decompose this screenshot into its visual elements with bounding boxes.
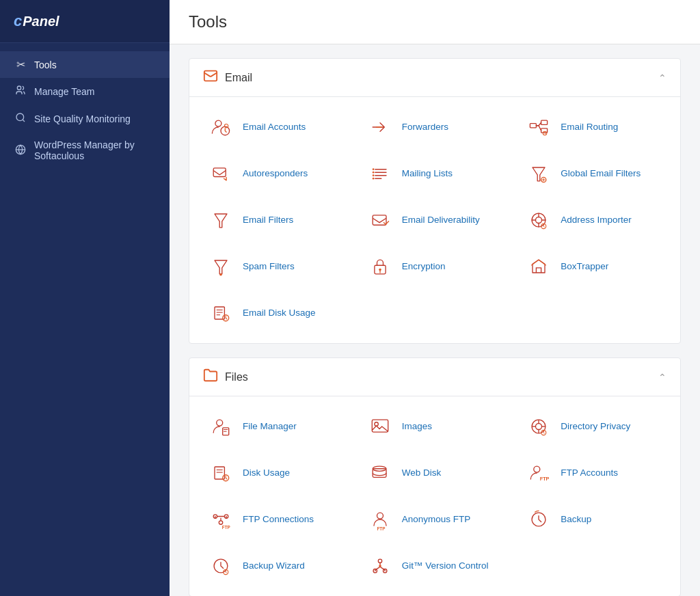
forwarders-icon [366, 113, 394, 141]
email-section-icon [203, 68, 218, 87]
files-section-title: Files [225, 371, 248, 383]
svg-rect-7 [530, 124, 537, 128]
page-title: Tools [189, 12, 681, 31]
git-version-control-icon [366, 552, 394, 580]
files-chevron-icon: ⌃ [658, 372, 667, 383]
email-section: Email ⌃ Email Acco [189, 58, 681, 344]
autoresponders-label: Autoresponders [243, 167, 308, 180]
svg-point-54 [534, 466, 540, 472]
files-section-header[interactable]: Files ⌃ [189, 358, 680, 396]
wordpress-icon [14, 144, 27, 157]
email-disk-usage-label: Email Disk Usage [243, 307, 316, 319]
tool-file-manager[interactable]: File Manager [196, 403, 355, 450]
tool-spam-filters[interactable]: Spam Filters [196, 243, 355, 290]
ftp-connections-icon: FTP [207, 506, 234, 533]
global-email-filters-icon [525, 160, 552, 187]
svg-text:FTP: FTP [222, 525, 230, 530]
tool-email-disk-usage[interactable]: Email Disk Usage [196, 290, 355, 336]
svg-marker-22 [215, 214, 227, 228]
tool-backup[interactable]: Backup [514, 496, 673, 543]
tool-ftp-connections[interactable]: FTP FTP Connections [196, 496, 355, 543]
boxtrapper-icon [525, 253, 552, 280]
tool-boxtrapper[interactable]: BoxTrapper [514, 243, 673, 290]
tool-autoresponders[interactable]: Autoresponders [196, 150, 355, 197]
disk-usage-label: Disk Usage [243, 467, 290, 479]
sidebar-item-manage-team[interactable]: Manage Team [0, 78, 170, 105]
email-section-header-left: Email [203, 68, 252, 87]
email-disk-usage-icon [207, 299, 234, 327]
web-disk-icon [366, 459, 394, 487]
site-quality-icon [14, 112, 27, 126]
tool-disk-usage[interactable]: Disk Usage [196, 450, 355, 496]
email-filters-icon [207, 206, 234, 234]
tool-ftp-accounts[interactable]: FTP FTP Accounts [514, 450, 673, 496]
sidebar: cPanel ✂ Tools Manage Team Site Quality … [0, 0, 170, 596]
tool-forwarders[interactable]: Forwarders [355, 104, 515, 150]
tool-global-email-filters[interactable]: Global Email Filters [514, 150, 673, 197]
ftp-accounts-icon: FTP [525, 459, 552, 487]
svg-rect-39 [372, 420, 388, 432]
sidebar-nav: ✂ Tools Manage Team Site Quality Monitor… [0, 43, 170, 596]
email-chevron-icon: ⌃ [658, 72, 667, 83]
tool-email-routing[interactable]: Email Routing [514, 104, 673, 150]
email-routing-icon [525, 113, 552, 141]
tool-images[interactable]: Images [355, 403, 515, 450]
svg-point-65 [378, 559, 381, 563]
disk-usage-icon [207, 459, 234, 487]
svg-point-18 [372, 174, 374, 176]
tool-address-importer[interactable]: Address Importer [514, 197, 673, 243]
main-header: Tools [170, 0, 700, 44]
svg-point-42 [536, 424, 542, 430]
svg-text:FTP: FTP [377, 526, 385, 531]
sidebar-item-wordpress[interactable]: WordPress Manager by Softaculous [0, 133, 170, 168]
sidebar-item-site-quality[interactable]: Site Quality Monitoring [0, 105, 170, 133]
file-manager-label: File Manager [243, 420, 297, 433]
tool-email-deliverability[interactable]: Email Deliverability [355, 197, 515, 243]
tool-mailing-lists[interactable]: Mailing Lists [355, 150, 515, 197]
sidebar-item-label: Site Quality Monitoring [34, 113, 131, 124]
sidebar-item-tools[interactable]: ✂ Tools [0, 51, 170, 78]
files-tools-grid: File Manager Images [189, 396, 680, 596]
address-importer-label: Address Importer [561, 214, 632, 226]
tool-backup-wizard[interactable]: Backup Wizard [196, 543, 355, 589]
tool-email-accounts[interactable]: Email Accounts [196, 104, 355, 150]
file-manager-icon [207, 413, 234, 440]
encryption-icon [366, 253, 394, 280]
svg-point-17 [372, 172, 374, 174]
autoresponders-icon [207, 160, 234, 187]
svg-marker-20 [533, 167, 545, 181]
email-section-header[interactable]: Email ⌃ [189, 59, 680, 97]
svg-point-6 [224, 124, 228, 128]
svg-point-28 [219, 273, 222, 276]
svg-point-68 [379, 565, 381, 567]
cpanel-logo-text: cPanel [14, 12, 156, 30]
email-accounts-icon [207, 113, 234, 141]
spam-filters-icon [207, 253, 234, 280]
svg-point-57 [219, 521, 222, 524]
tool-git-version-control[interactable]: Git™ Version Control [355, 543, 515, 589]
spam-filters-label: Spam Filters [243, 260, 295, 273]
svg-point-1 [16, 113, 24, 121]
global-email-filters-label: Global Email Filters [561, 167, 641, 180]
anonymous-ftp-label: Anonymous FTP [402, 513, 471, 526]
address-importer-icon [525, 206, 552, 234]
svg-rect-3 [204, 71, 217, 81]
tool-email-filters[interactable]: Email Filters [196, 197, 355, 243]
backup-wizard-label: Backup Wizard [243, 560, 305, 572]
ftp-accounts-label: FTP Accounts [561, 467, 618, 479]
email-deliverability-label: Email Deliverability [402, 214, 480, 226]
tool-anonymous-ftp[interactable]: FTP Anonymous FTP [355, 496, 515, 543]
tool-encryption[interactable]: Encryption [355, 243, 515, 290]
sidebar-item-label: WordPress Manager by Softaculous [34, 139, 156, 161]
svg-point-16 [372, 168, 374, 170]
tool-web-disk[interactable]: Web Disk [355, 450, 515, 496]
tool-directory-privacy[interactable]: Directory Privacy [514, 403, 673, 450]
sidebar-item-label: Tools [34, 59, 57, 70]
email-routing-label: Email Routing [561, 121, 618, 133]
git-version-control-label: Git™ Version Control [402, 560, 489, 572]
email-filters-label: Email Filters [243, 214, 293, 226]
sidebar-item-label: Manage Team [34, 86, 94, 97]
svg-text:FTP: FTP [540, 476, 550, 482]
email-deliverability-icon [366, 206, 394, 234]
mailing-lists-icon [366, 160, 394, 187]
